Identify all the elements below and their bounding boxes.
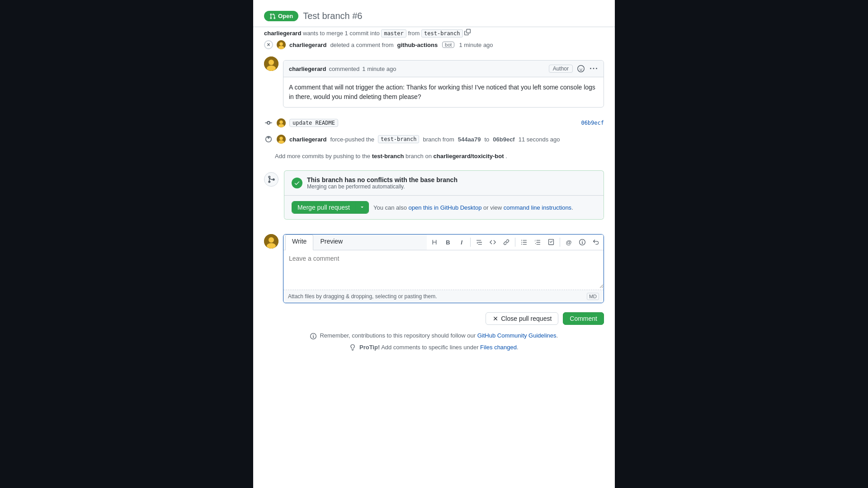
comment-author-avatar	[264, 56, 278, 71]
community-guidelines-link[interactable]: GitHub Community Guidelines	[477, 332, 557, 339]
attach-note: Attach files by dragging & dropping, sel…	[288, 293, 437, 300]
pr-subtitle: charliegerard wants to merge 1 commit in…	[253, 27, 615, 37]
push-branch: test-branch	[378, 135, 419, 143]
merge-pull-request-button[interactable]: Merge pull request	[292, 202, 355, 213]
tab-preview[interactable]: Preview	[313, 235, 349, 250]
comment-editor-box: Write Preview B I	[283, 234, 604, 303]
toolbar-heading-button[interactable]	[429, 236, 440, 248]
toolbar-code-button[interactable]	[487, 236, 499, 248]
merge-button-group[interactable]: Merge pull request	[292, 201, 369, 214]
merge-section: This branch has no conflicts with the ba…	[264, 167, 604, 223]
svg-point-13	[269, 237, 274, 243]
head-branch: test-branch	[421, 29, 462, 38]
footer-note: Remember, contributions to this reposito…	[264, 327, 604, 341]
editor-toolbar: B I	[427, 235, 604, 250]
bot-badge: bot	[442, 42, 454, 48]
toolbar-divider-2	[515, 238, 515, 247]
toolbar-reference-button[interactable]	[576, 236, 588, 248]
comment-button[interactable]: Comment	[563, 312, 604, 325]
pr-header: Open Test branch #6	[253, 7, 615, 27]
delete-event-from: github-actions	[397, 42, 438, 48]
command-line-link[interactable]: command line instructions	[504, 204, 571, 211]
comment-box: charliegerard commented 1 minute ago Aut…	[283, 60, 604, 108]
toolbar-task-list-button[interactable]	[545, 236, 557, 248]
svg-point-7	[279, 120, 283, 124]
svg-point-11	[278, 141, 284, 144]
push-from-hash: 544aa79	[458, 136, 481, 143]
force-push-event: charliegerard force-pushed the test-bran…	[264, 131, 604, 147]
protip: ProTip! Add comments to specific lines u…	[264, 341, 604, 354]
open-desktop-link[interactable]: open this in GitHub Desktop	[409, 204, 482, 211]
comment-editor-section: Write Preview B I	[264, 229, 604, 309]
base-branch: master	[381, 29, 406, 38]
svg-point-14	[267, 243, 276, 249]
toolbar-link-button[interactable]	[500, 236, 512, 248]
comment-emoji-button[interactable]	[576, 64, 585, 73]
delete-icon: ×	[264, 40, 273, 49]
toolbar-unordered-list-button[interactable]	[518, 236, 530, 248]
commit-author-avatar	[277, 118, 286, 127]
svg-point-1	[279, 42, 283, 46]
merge-box-header: This branch has no conflicts with the ba…	[284, 171, 604, 195]
pr-status-text: Open	[278, 13, 293, 19]
delete-event-time: 1 minute ago	[459, 42, 493, 48]
comment-textarea[interactable]	[283, 250, 604, 288]
bottom-actions: Close pull request Comment	[264, 309, 604, 327]
comment-more-button[interactable]	[589, 64, 598, 73]
toolbar-divider-1	[470, 238, 471, 247]
svg-point-10	[279, 136, 283, 140]
push-icon	[264, 135, 273, 144]
push-time: 11 seconds ago	[519, 136, 560, 143]
files-changed-link[interactable]: Files changed	[480, 344, 517, 351]
comment-body: A comment that will not trigger the acti…	[283, 77, 604, 107]
merge-check-icon	[292, 178, 302, 188]
toolbar-mention-button[interactable]: @	[563, 236, 575, 248]
author-tag: Author	[549, 65, 573, 73]
merge-note: You can also open this in GitHub Desktop…	[373, 204, 573, 211]
commit-event: update README 06b9ecf	[264, 115, 604, 131]
delete-comment-event: × charliegerard deleted a comment from g…	[264, 37, 604, 53]
merge-box: This branch has no conflicts with the ba…	[284, 170, 604, 220]
commit-icon	[264, 118, 273, 127]
comment-action: commented	[329, 66, 359, 72]
push-to-hash: 06b9ecf	[493, 136, 514, 143]
tab-write[interactable]: Write	[285, 235, 313, 250]
actor-avatar-delete	[277, 40, 286, 49]
toolbar-quote-button[interactable]	[473, 236, 485, 248]
merge-dropdown-button[interactable]	[355, 202, 368, 213]
svg-point-5	[267, 66, 276, 71]
editor-tabs: Write Preview B I	[283, 235, 604, 250]
editor-footer: Attach files by dragging & dropping, sel…	[283, 290, 604, 303]
copy-branch-icon[interactable]	[464, 30, 471, 37]
svg-point-4	[269, 60, 274, 65]
push-author-avatar	[277, 135, 286, 144]
comment-author: charliegerard	[289, 66, 326, 72]
markdown-badge: MD	[587, 293, 599, 300]
svg-point-8	[278, 124, 284, 128]
pr-status-badge: Open	[264, 11, 298, 21]
timeline: × charliegerard deleted a comment from g…	[253, 37, 615, 353]
current-user-avatar	[264, 234, 278, 249]
push-info: Add more commits by pushing to the test-…	[264, 147, 604, 161]
merge-title: This branch has no conflicts with the ba…	[307, 176, 458, 183]
merge-subtitle: Merging can be performed automatically.	[307, 183, 458, 190]
close-pull-request-button[interactable]: Close pull request	[486, 312, 558, 325]
svg-point-2	[278, 46, 284, 50]
commit-hash[interactable]: 06b9ecf	[581, 120, 604, 126]
comment-time: 1 minute ago	[362, 66, 396, 72]
close-pr-label: Close pull request	[501, 315, 552, 322]
commit-message: update README	[289, 119, 338, 127]
toolbar-italic-button[interactable]: I	[456, 236, 467, 248]
toolbar-divider-3	[560, 238, 560, 247]
pr-title: Test branch #6	[303, 11, 362, 21]
toolbar-ordered-list-button[interactable]	[532, 236, 543, 248]
comment-header: charliegerard commented 1 minute ago Aut…	[283, 61, 604, 77]
comment-timeline-item: charliegerard commented 1 minute ago Aut…	[264, 53, 604, 115]
merge-branch-icon	[264, 172, 278, 187]
push-actor: charliegerard	[289, 136, 326, 143]
toolbar-undo-button[interactable]	[590, 236, 602, 248]
delete-event-actor: charliegerard	[289, 42, 326, 48]
toolbar-bold-button[interactable]: B	[442, 236, 454, 248]
merge-actions: Merge pull request You can also open thi…	[284, 195, 604, 219]
